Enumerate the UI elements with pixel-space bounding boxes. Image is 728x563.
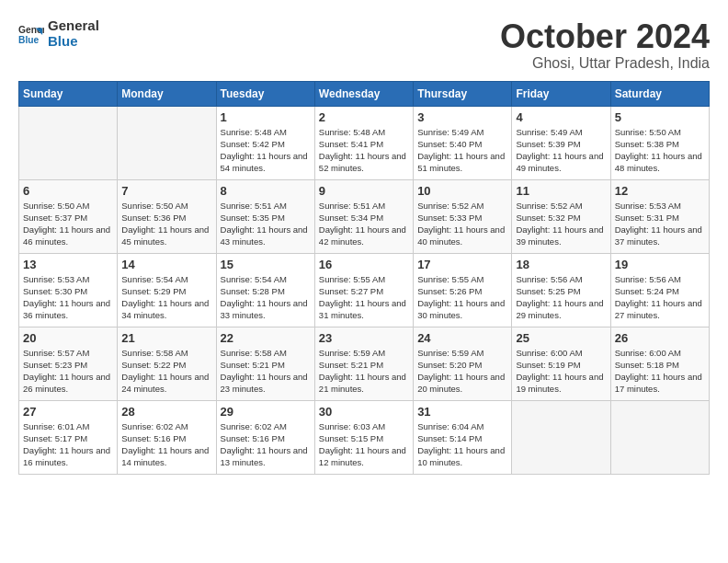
calendar-cell: 5Sunrise: 5:50 AM Sunset: 5:38 PM Daylig… bbox=[610, 106, 709, 179]
calendar-cell bbox=[610, 400, 709, 474]
calendar-table: SundayMondayTuesdayWednesdayThursdayFrid… bbox=[18, 81, 710, 475]
calendar-cell bbox=[19, 106, 118, 179]
calendar-cell bbox=[512, 400, 610, 474]
day-number: 24 bbox=[417, 331, 507, 345]
day-number: 8 bbox=[221, 184, 311, 198]
calendar-cell: 13Sunrise: 5:53 AM Sunset: 5:30 PM Dayli… bbox=[19, 253, 118, 327]
day-number: 22 bbox=[221, 331, 311, 345]
day-number: 20 bbox=[23, 331, 113, 345]
calendar-week-row: 27Sunrise: 6:01 AM Sunset: 5:17 PM Dayli… bbox=[19, 400, 710, 474]
day-info: Sunrise: 5:50 AM Sunset: 5:37 PM Dayligh… bbox=[23, 200, 113, 248]
calendar-cell: 10Sunrise: 5:52 AM Sunset: 5:33 PM Dayli… bbox=[414, 179, 512, 253]
day-number: 3 bbox=[417, 110, 507, 124]
day-number: 13 bbox=[23, 258, 113, 271]
header-monday: Monday bbox=[118, 81, 216, 106]
calendar-cell: 21Sunrise: 5:58 AM Sunset: 5:22 PM Dayli… bbox=[118, 327, 216, 400]
calendar-title: October 2024 bbox=[500, 18, 710, 55]
calendar-cell: 1Sunrise: 5:48 AM Sunset: 5:42 PM Daylig… bbox=[216, 106, 314, 179]
calendar-cell: 25Sunrise: 6:00 AM Sunset: 5:19 PM Dayli… bbox=[512, 327, 610, 400]
day-info: Sunrise: 5:49 AM Sunset: 5:40 PM Dayligh… bbox=[417, 126, 507, 175]
calendar-cell: 17Sunrise: 5:55 AM Sunset: 5:26 PM Dayli… bbox=[414, 253, 512, 327]
calendar-cell: 9Sunrise: 5:51 AM Sunset: 5:34 PM Daylig… bbox=[314, 179, 413, 253]
calendar-cell: 27Sunrise: 6:01 AM Sunset: 5:17 PM Dayli… bbox=[19, 400, 118, 474]
day-number: 2 bbox=[319, 110, 409, 124]
day-info: Sunrise: 6:02 AM Sunset: 5:16 PM Dayligh… bbox=[121, 420, 211, 469]
day-info: Sunrise: 5:53 AM Sunset: 5:30 PM Dayligh… bbox=[23, 273, 113, 322]
day-number: 7 bbox=[121, 184, 211, 198]
day-number: 23 bbox=[319, 331, 409, 345]
day-info: Sunrise: 5:58 AM Sunset: 5:21 PM Dayligh… bbox=[221, 347, 311, 396]
day-info: Sunrise: 5:55 AM Sunset: 5:27 PM Dayligh… bbox=[319, 273, 409, 322]
calendar-cell: 19Sunrise: 5:56 AM Sunset: 5:24 PM Dayli… bbox=[610, 253, 709, 327]
day-number: 4 bbox=[516, 110, 606, 124]
day-info: Sunrise: 5:56 AM Sunset: 5:25 PM Dayligh… bbox=[516, 273, 606, 322]
day-number: 11 bbox=[516, 184, 606, 198]
calendar-cell: 6Sunrise: 5:50 AM Sunset: 5:37 PM Daylig… bbox=[19, 179, 118, 253]
day-info: Sunrise: 5:50 AM Sunset: 5:36 PM Dayligh… bbox=[121, 200, 211, 248]
calendar-cell: 23Sunrise: 5:59 AM Sunset: 5:21 PM Dayli… bbox=[314, 327, 413, 400]
day-info: Sunrise: 5:50 AM Sunset: 5:38 PM Dayligh… bbox=[615, 126, 705, 175]
day-info: Sunrise: 5:53 AM Sunset: 5:31 PM Dayligh… bbox=[615, 200, 705, 248]
day-number: 18 bbox=[516, 258, 606, 271]
day-number: 25 bbox=[516, 331, 606, 345]
day-info: Sunrise: 6:00 AM Sunset: 5:18 PM Dayligh… bbox=[615, 347, 705, 396]
day-number: 1 bbox=[221, 110, 311, 124]
day-info: Sunrise: 5:57 AM Sunset: 5:23 PM Dayligh… bbox=[23, 347, 113, 396]
header-thursday: Thursday bbox=[414, 81, 512, 106]
calendar-cell: 28Sunrise: 6:02 AM Sunset: 5:16 PM Dayli… bbox=[118, 400, 216, 474]
calendar-cell: 7Sunrise: 5:50 AM Sunset: 5:36 PM Daylig… bbox=[118, 179, 216, 253]
logo-text-general: General bbox=[48, 18, 99, 34]
calendar-cell: 12Sunrise: 5:53 AM Sunset: 5:31 PM Dayli… bbox=[610, 179, 709, 253]
calendar-cell: 18Sunrise: 5:56 AM Sunset: 5:25 PM Dayli… bbox=[512, 253, 610, 327]
day-info: Sunrise: 6:03 AM Sunset: 5:15 PM Dayligh… bbox=[319, 420, 409, 469]
day-info: Sunrise: 5:55 AM Sunset: 5:26 PM Dayligh… bbox=[417, 273, 507, 322]
day-number: 14 bbox=[121, 258, 211, 271]
calendar-cell: 15Sunrise: 5:54 AM Sunset: 5:28 PM Dayli… bbox=[216, 253, 314, 327]
day-info: Sunrise: 5:59 AM Sunset: 5:21 PM Dayligh… bbox=[319, 347, 409, 396]
calendar-subtitle: Ghosi, Uttar Pradesh, India bbox=[500, 55, 710, 72]
day-number: 19 bbox=[615, 258, 705, 271]
day-info: Sunrise: 5:49 AM Sunset: 5:39 PM Dayligh… bbox=[516, 126, 606, 175]
title-area: October 2024 Ghosi, Uttar Pradesh, India bbox=[500, 18, 710, 72]
calendar-cell: 11Sunrise: 5:52 AM Sunset: 5:32 PM Dayli… bbox=[512, 179, 610, 253]
header: General Blue General Blue October 2024 G… bbox=[18, 18, 710, 72]
day-info: Sunrise: 5:52 AM Sunset: 5:32 PM Dayligh… bbox=[516, 200, 606, 248]
day-info: Sunrise: 5:48 AM Sunset: 5:42 PM Dayligh… bbox=[221, 126, 311, 175]
day-number: 10 bbox=[417, 184, 507, 198]
day-info: Sunrise: 5:56 AM Sunset: 5:24 PM Dayligh… bbox=[615, 273, 705, 322]
day-info: Sunrise: 6:04 AM Sunset: 5:14 PM Dayligh… bbox=[417, 420, 507, 469]
calendar-cell: 31Sunrise: 6:04 AM Sunset: 5:14 PM Dayli… bbox=[414, 400, 512, 474]
calendar-header-row: SundayMondayTuesdayWednesdayThursdayFrid… bbox=[19, 81, 710, 106]
logo-icon: General Blue bbox=[18, 21, 44, 47]
calendar-cell: 8Sunrise: 5:51 AM Sunset: 5:35 PM Daylig… bbox=[216, 179, 314, 253]
day-info: Sunrise: 5:59 AM Sunset: 5:20 PM Dayligh… bbox=[417, 347, 507, 396]
day-info: Sunrise: 6:00 AM Sunset: 5:19 PM Dayligh… bbox=[516, 347, 606, 396]
calendar-cell: 20Sunrise: 5:57 AM Sunset: 5:23 PM Dayli… bbox=[19, 327, 118, 400]
day-number: 15 bbox=[221, 258, 311, 271]
calendar-cell: 24Sunrise: 5:59 AM Sunset: 5:20 PM Dayli… bbox=[414, 327, 512, 400]
day-info: Sunrise: 6:02 AM Sunset: 5:16 PM Dayligh… bbox=[221, 420, 311, 469]
day-number: 16 bbox=[319, 258, 409, 271]
calendar-cell: 16Sunrise: 5:55 AM Sunset: 5:27 PM Dayli… bbox=[314, 253, 413, 327]
calendar-cell: 26Sunrise: 6:00 AM Sunset: 5:18 PM Dayli… bbox=[610, 327, 709, 400]
day-number: 28 bbox=[121, 405, 211, 419]
day-number: 26 bbox=[615, 331, 705, 345]
calendar-cell: 30Sunrise: 6:03 AM Sunset: 5:15 PM Dayli… bbox=[314, 400, 413, 474]
logo: General Blue General Blue bbox=[18, 18, 99, 49]
calendar-week-row: 1Sunrise: 5:48 AM Sunset: 5:42 PM Daylig… bbox=[19, 106, 710, 179]
calendar-cell: 3Sunrise: 5:49 AM Sunset: 5:40 PM Daylig… bbox=[414, 106, 512, 179]
logo-text-blue: Blue bbox=[48, 34, 99, 50]
calendar-week-row: 20Sunrise: 5:57 AM Sunset: 5:23 PM Dayli… bbox=[19, 327, 710, 400]
day-info: Sunrise: 5:51 AM Sunset: 5:35 PM Dayligh… bbox=[221, 200, 311, 248]
header-tuesday: Tuesday bbox=[216, 81, 314, 106]
calendar-cell bbox=[118, 106, 216, 179]
day-info: Sunrise: 6:01 AM Sunset: 5:17 PM Dayligh… bbox=[23, 420, 113, 469]
calendar-cell: 4Sunrise: 5:49 AM Sunset: 5:39 PM Daylig… bbox=[512, 106, 610, 179]
day-number: 27 bbox=[23, 405, 113, 419]
header-sunday: Sunday bbox=[19, 81, 118, 106]
day-number: 31 bbox=[417, 405, 507, 419]
header-saturday: Saturday bbox=[610, 81, 709, 106]
day-number: 12 bbox=[615, 184, 705, 198]
calendar-cell: 14Sunrise: 5:54 AM Sunset: 5:29 PM Dayli… bbox=[118, 253, 216, 327]
day-number: 6 bbox=[23, 184, 113, 198]
